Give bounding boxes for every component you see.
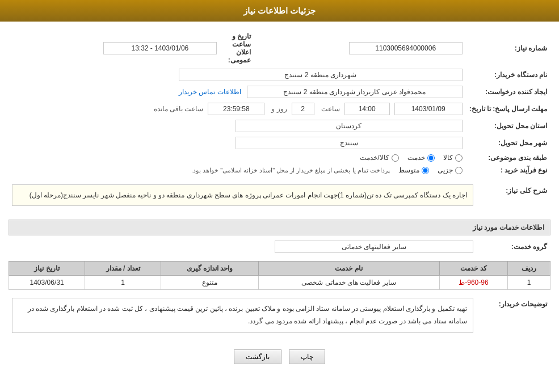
ostan-input: کردستان	[236, 120, 463, 132]
tabaqe-kala-label: کالا	[443, 154, 453, 162]
cell-kod: 960-96-ط	[439, 276, 508, 290]
baghimande-input: 23:59:58	[208, 103, 264, 115]
tabaqe-khadamat-radio[interactable]	[427, 154, 435, 162]
sharh-row: شرح کلی نیاز: اجاره یک دستگاه کمپرسی تک …	[9, 182, 550, 214]
row-namDastgah: نام دستگاه خریدار: شهرداری منطقه 2 سنندج	[9, 66, 550, 83]
noeFarayand-value: جزیی متوسط پرداخت تمام یا بخشی از مبلغ خ…	[9, 164, 466, 176]
farayand-jozii-option[interactable]: جزیی	[438, 166, 463, 174]
table-row: 1960-96-طسایر فعالیت های خدماتی شخصیمتنو…	[9, 276, 550, 290]
tarikhElan-value: 1403/01/06 - 13:32	[9, 30, 220, 66]
shahr-input: سنندج	[236, 137, 463, 149]
tabaqe-kala-khadamat-label: کالا/خدمت	[360, 154, 389, 162]
ijadKonande-value: محمدفواد عزتی کاربرداز شهرداری منطقه 2 س…	[9, 83, 466, 100]
note-box: تهیه تکمیل و بارگذاری استعلام پیوستی در …	[12, 298, 473, 332]
row-shomareNiaz: شماره نیاز: 1103005694000006 تاریخ و ساع…	[9, 30, 550, 66]
rooz-label: روز و	[271, 105, 287, 113]
tabaqe-label: طبقه بندی موضوعی:	[466, 151, 550, 164]
note-label: توضیحات خریدار:	[477, 296, 550, 343]
shomareNiaz-input: 1103005694000006	[349, 42, 463, 54]
buttons-row: چاپ بازگشت	[9, 349, 550, 364]
content-area: شماره نیاز: 1103005694000006 تاریخ و ساع…	[0, 22, 559, 373]
col-date: تاریخ نیاز	[9, 262, 85, 276]
mohlat-label: مهلت ارسال پاسخ: تا تاریخ:	[466, 100, 550, 117]
shomareNiaz-value: 1103005694000006	[254, 30, 466, 66]
row-ostan: استان محل تحویل: کردستان	[9, 117, 550, 134]
farayand-mottavaset-label: متوسط	[398, 166, 419, 174]
note-section: توضیحات خریدار: تهیه تکمیل و بارگذاری اس…	[9, 296, 550, 343]
mohlat-value: ساعت باقی مانده 23:59:58 روز و 2 ساعت 14…	[9, 100, 466, 117]
row-ijadKonande: ایجاد کننده درخواست: محمدفواد عزتی کاربر…	[9, 83, 550, 100]
page-wrapper: جزئیات اطلاعات نیاز شماره نیاز: 11030056…	[0, 0, 559, 392]
grouh-input: سایر فعالیتهای خدماتی	[275, 241, 473, 253]
sharh-box: اجاره یک دستگاه کمپرسی تک ده تن(شماره 1)…	[12, 184, 473, 206]
tabaqe-kala-option[interactable]: کالا	[443, 154, 463, 162]
farayand-jozii-radio[interactable]	[455, 167, 463, 174]
back-button[interactable]: بازگشت	[234, 349, 281, 364]
farayand-mottavaset-radio[interactable]	[422, 167, 429, 174]
shahr-label: شهر محل تحویل:	[466, 134, 550, 151]
noeFarayand-label: نوع فرآیند خرید :	[466, 164, 550, 176]
tabaqe-value: کالا خدمت کالا/خدمت	[9, 151, 466, 164]
tabaqe-khadamat-label: خدمت	[407, 154, 425, 162]
note-value: تهیه تکمیل و بارگذاری استعلام پیوستی در …	[9, 296, 477, 343]
shahr-value: سنندج	[9, 134, 466, 151]
ijadKonande-input: محمدفواد عزتی کاربرداز شهرداری منطقه 2 س…	[247, 86, 463, 98]
note-text: تهیه تکمیل و بارگذاری استعلام پیوستی در …	[28, 305, 467, 325]
namDastgah-label: نام دستگاه خریدار:	[466, 66, 550, 83]
grouh-row: گروه خدمت: سایر فعالیتهای خدماتی	[9, 238, 550, 255]
sharh-value: اجاره یک دستگاه کمپرسی تک ده تن(شماره 1)…	[9, 182, 477, 214]
col-count: تعداد / مقدار	[85, 262, 161, 276]
sharh-label: شرح کلی نیاز:	[477, 182, 550, 214]
info-table: شماره نیاز: 1103005694000006 تاریخ و ساع…	[9, 30, 550, 176]
saat-label: ساعت	[321, 105, 340, 113]
grid-body: 1960-96-طسایر فعالیت های خدماتی شخصیمتنو…	[9, 276, 550, 290]
col-unit: واحد اندازه گیری	[161, 262, 259, 276]
farayand-jozii-label: جزیی	[438, 166, 453, 174]
service-grid: ردیف کد خدمت نام خدمت واحد اندازه گیری ت…	[9, 261, 550, 290]
sharh-section: شرح کلی نیاز: اجاره یک دستگاه کمپرسی تک …	[9, 182, 550, 214]
row-tabaqe: طبقه بندی موضوعی: کالا خدمت	[9, 151, 550, 164]
ijadKonande-label: ایجاد کننده درخواست:	[466, 83, 550, 100]
grouh-table: گروه خدمت: سایر فعالیتهای خدماتی	[9, 238, 550, 255]
grid-header-row: ردیف کد خدمت نام خدمت واحد اندازه گیری ت…	[9, 262, 550, 276]
grouh-value: سایر فعالیتهای خدماتی	[9, 238, 477, 255]
ostan-value: کردستان	[9, 117, 466, 134]
col-kod: کد خدمت	[439, 262, 508, 276]
cell-unit: متنوع	[161, 276, 259, 290]
grouh-label: گروه خدمت:	[477, 238, 550, 255]
col-radif: ردیف	[508, 262, 550, 276]
namDastgah-input: شهرداری منطقه 2 سنندج	[179, 69, 463, 81]
row-noeFarayand: نوع فرآیند خرید : جزیی متوسط پرداخت تمام…	[9, 164, 550, 176]
print-button[interactable]: چاپ	[289, 349, 325, 364]
cell-date: 1403/06/31	[9, 276, 85, 290]
baghimande-label: ساعت باقی مانده	[154, 105, 204, 113]
cell-radif: 1	[508, 276, 550, 290]
tabaqe-kala-khadamat-radio[interactable]	[392, 154, 399, 162]
tarikh-input: 1403/01/09	[394, 103, 463, 115]
shomareNiaz-label: شماره نیاز:	[466, 30, 550, 66]
sharh-text: اجاره یک دستگاه کمپرسی تک ده تن(شماره 1)…	[30, 191, 467, 199]
farayand-mottavaset-option[interactable]: متوسط	[398, 166, 429, 174]
page-title: جزئیات اطلاعات نیاز	[243, 6, 316, 15]
col-name: نام خدمت	[258, 262, 439, 276]
page-header: جزئیات اطلاعات نیاز	[0, 0, 559, 22]
serviceInfo-title: اطلاعات خدمات مورد نیاز	[9, 220, 550, 235]
row-shahr: شهر محل تحویل: سنندج	[9, 134, 550, 151]
tabaqe-kala-khadamat-option[interactable]: کالا/خدمت	[360, 154, 398, 162]
tarikhElan-input: 1403/01/06 - 13:32	[103, 42, 217, 54]
row-mohlat: مهلت ارسال پاسخ: تا تاریخ: ساعت باقی مان…	[9, 100, 550, 117]
rooz-input: 2	[292, 103, 314, 115]
ittilaat-link[interactable]: اطلاعات تماس خریدار	[179, 88, 241, 96]
tabaqe-khadamat-option[interactable]: خدمت	[407, 154, 435, 162]
cell-name: سایر فعالیت های خدماتی شخصی	[258, 276, 439, 290]
farayand-note: پرداخت تمام یا بخشی از مبلغ خریدار از مح…	[191, 167, 390, 174]
saat-input: 14:00	[344, 103, 390, 115]
namDastgah-value: شهرداری منطقه 2 سنندج	[9, 66, 466, 83]
cell-count: 1	[85, 276, 161, 290]
ostan-label: استان محل تحویل:	[466, 117, 550, 134]
tarikhElan-label: تاریخ و ساعت اعلان عمومی:	[220, 30, 254, 66]
note-row: توضیحات خریدار: تهیه تکمیل و بارگذاری اس…	[9, 296, 550, 343]
tabaqe-kala-radio[interactable]	[455, 154, 463, 162]
